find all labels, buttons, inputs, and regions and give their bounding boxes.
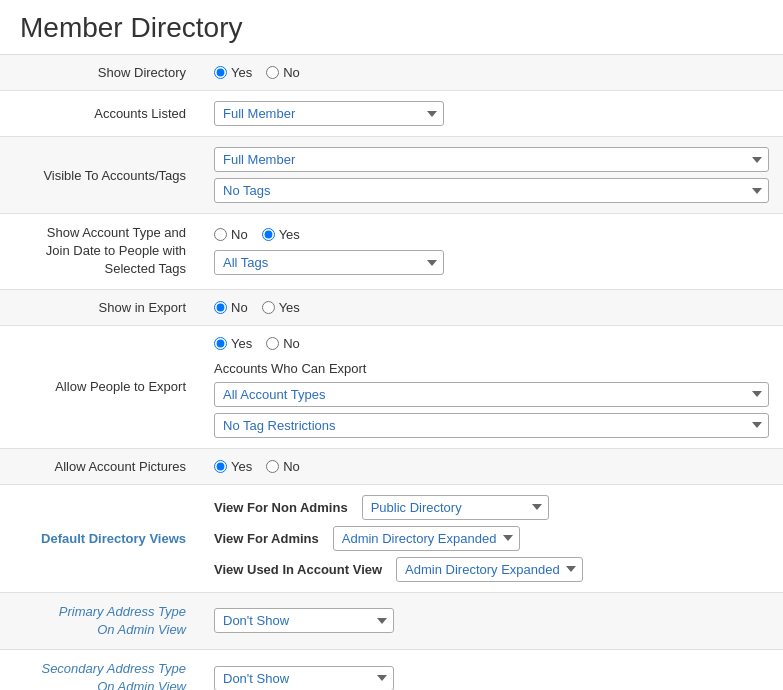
show-directory-row: Show Directory Yes No [0, 55, 783, 91]
primary-address-label-line1: Primary Address Type [59, 604, 186, 619]
settings-table: Show Directory Yes No Accounts Listed [0, 55, 783, 690]
secondary-address-label-line1: Secondary Address Type [41, 661, 186, 676]
default-views-label: Default Directory Views [0, 484, 200, 592]
accounts-who-label: Accounts Who Can Export [214, 361, 769, 376]
show-in-export-no-label[interactable]: No [214, 300, 248, 315]
view-non-admins-label: View For Non Admins [214, 500, 348, 515]
allow-export-yes-radio[interactable] [214, 337, 227, 350]
view-account-label: View Used In Account View [214, 562, 382, 577]
show-directory-no-text: No [283, 65, 300, 80]
allow-export-yes-text: Yes [231, 336, 252, 351]
allow-export-label: Allow People to Export [0, 325, 200, 448]
allow-export-content: Yes No Accounts Who Can Export All Accou… [200, 325, 783, 448]
allow-pictures-label: Allow Account Pictures [0, 448, 200, 484]
show-account-type-content: No Yes All Tags [200, 214, 783, 290]
show-account-type-yes-label[interactable]: Yes [262, 227, 300, 242]
allow-pictures-content: Yes No [200, 448, 783, 484]
show-in-export-yes-radio[interactable] [262, 301, 275, 314]
show-directory-no-radio[interactable] [266, 66, 279, 79]
allow-export-no-text: No [283, 336, 300, 351]
show-account-type-row: Show Account Type and Join Date to Peopl… [0, 214, 783, 290]
view-admins-label: View For Admins [214, 531, 319, 546]
show-in-export-row: Show in Export No Yes [0, 289, 783, 325]
visible-to-label: Visible To Accounts/Tags [0, 137, 200, 214]
secondary-address-label: Secondary Address Type On Admin View [0, 649, 200, 690]
show-account-type-radio-group: No Yes [214, 227, 769, 242]
primary-address-label: Primary Address Type On Admin View [0, 592, 200, 649]
allow-pictures-no-label[interactable]: No [266, 459, 300, 474]
export-tag-restrictions-select[interactable]: No Tag Restrictions [214, 413, 769, 438]
show-in-export-no-text: No [231, 300, 248, 315]
secondary-address-row: Secondary Address Type On Admin View Don… [0, 649, 783, 690]
show-in-export-yes-text: Yes [279, 300, 300, 315]
default-views-row: Default Directory Views View For Non Adm… [0, 484, 783, 592]
allow-pictures-yes-radio[interactable] [214, 460, 227, 473]
view-account-select[interactable]: Admin Directory Expanded Public Director… [396, 557, 583, 582]
primary-address-row: Primary Address Type On Admin View Don't… [0, 592, 783, 649]
show-account-type-no-radio[interactable] [214, 228, 227, 241]
primary-address-label-line2: On Admin View [97, 622, 186, 637]
allow-pictures-yes-label[interactable]: Yes [214, 459, 252, 474]
allow-export-row: Allow People to Export Yes No Accounts W… [0, 325, 783, 448]
allow-export-no-label[interactable]: No [266, 336, 300, 351]
export-account-types-select[interactable]: All Account Types [214, 382, 769, 407]
show-account-type-label-line2: Join Date to People with [46, 243, 186, 258]
show-in-export-yes-label[interactable]: Yes [262, 300, 300, 315]
accounts-listed-row: Accounts Listed Full Member [0, 91, 783, 137]
secondary-address-select[interactable]: Don't Show Show [214, 666, 394, 690]
show-directory-yes-text: Yes [231, 65, 252, 80]
allow-export-no-radio[interactable] [266, 337, 279, 350]
primary-address-select[interactable]: Don't Show Show [214, 608, 394, 633]
accounts-listed-select[interactable]: Full Member [214, 101, 444, 126]
primary-address-content: Don't Show Show [200, 592, 783, 649]
show-directory-label: Show Directory [0, 55, 200, 91]
allow-pictures-no-radio[interactable] [266, 460, 279, 473]
view-admins-row: View For Admins Admin Directory Expanded… [214, 526, 769, 551]
accounts-who-can-export-section: Accounts Who Can Export All Account Type… [214, 361, 769, 438]
page-title: Member Directory [0, 0, 783, 55]
export-selects: All Account Types No Tag Restrictions [214, 382, 769, 438]
show-account-type-no-label[interactable]: No [214, 227, 248, 242]
accounts-listed-label: Accounts Listed [0, 91, 200, 137]
show-account-type-yes-radio[interactable] [262, 228, 275, 241]
allow-pictures-no-text: No [283, 459, 300, 474]
show-directory-content: Yes No [200, 55, 783, 91]
allow-pictures-row: Allow Account Pictures Yes No [0, 448, 783, 484]
view-non-admins-row: View For Non Admins Public Directory Adm… [214, 495, 769, 520]
show-in-export-label: Show in Export [0, 289, 200, 325]
show-directory-no-label[interactable]: No [266, 65, 300, 80]
view-non-admins-select[interactable]: Public Directory Admin Directory Expande… [362, 495, 549, 520]
show-account-type-label: Show Account Type and Join Date to Peopl… [0, 214, 200, 290]
show-account-type-label-line1: Show Account Type and [47, 225, 186, 240]
visible-to-selects: Full Member No Tags [214, 147, 769, 203]
visible-to-content: Full Member No Tags [200, 137, 783, 214]
show-directory-yes-radio[interactable] [214, 66, 227, 79]
show-account-type-label-line3: Selected Tags [105, 261, 186, 276]
allow-export-radio-group: Yes No [214, 336, 769, 351]
default-views-content: View For Non Admins Public Directory Adm… [200, 484, 783, 592]
secondary-address-label-line2: On Admin View [97, 679, 186, 690]
visible-to-row: Visible To Accounts/Tags Full Member No … [0, 137, 783, 214]
show-in-export-radio-group: No Yes [214, 300, 769, 315]
visible-to-account-select[interactable]: Full Member [214, 147, 769, 172]
show-account-type-yes-text: Yes [279, 227, 300, 242]
allow-pictures-yes-text: Yes [231, 459, 252, 474]
show-account-type-tags-select[interactable]: All Tags [214, 250, 444, 275]
show-directory-radio-group: Yes No [214, 65, 769, 80]
accounts-listed-content: Full Member [200, 91, 783, 137]
show-in-export-no-radio[interactable] [214, 301, 227, 314]
secondary-address-content: Don't Show Show [200, 649, 783, 690]
view-admins-select[interactable]: Admin Directory Expanded Public Director… [333, 526, 520, 551]
show-in-export-content: No Yes [200, 289, 783, 325]
visible-to-tags-select[interactable]: No Tags [214, 178, 769, 203]
show-directory-yes-label[interactable]: Yes [214, 65, 252, 80]
show-account-type-no-text: No [231, 227, 248, 242]
allow-pictures-radio-group: Yes No [214, 459, 769, 474]
allow-export-yes-label[interactable]: Yes [214, 336, 252, 351]
view-account-row: View Used In Account View Admin Director… [214, 557, 769, 582]
